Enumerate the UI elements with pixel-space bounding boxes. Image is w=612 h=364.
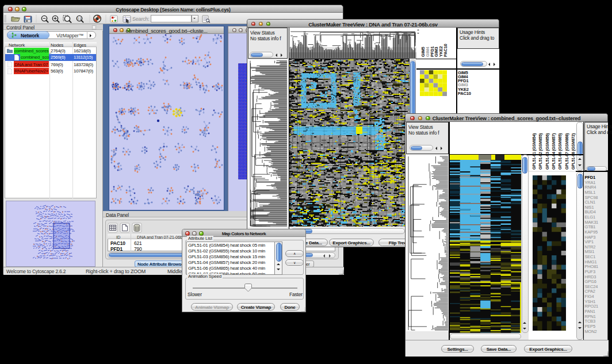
svg-text:1:1: 1:1 — [78, 17, 82, 20]
